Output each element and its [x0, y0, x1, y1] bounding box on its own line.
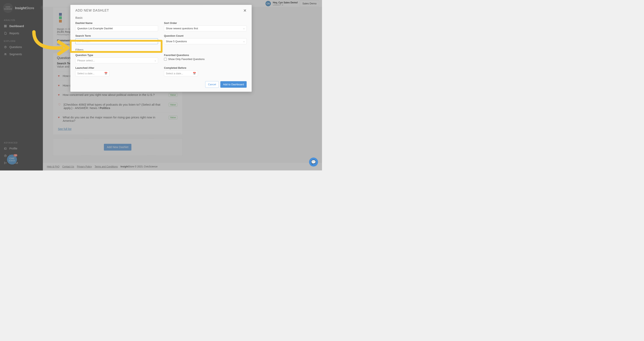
dashlet-name-input[interactable]: Question List Example Dashlet [75, 25, 158, 31]
favorited-checkbox[interactable]: Show Only Favorited Questions [164, 58, 247, 61]
basic-section-heading: Basic [75, 16, 247, 19]
launched-after-group: Launched After Select a date...📅 [75, 66, 158, 76]
question-count-label: Question Count [164, 34, 247, 37]
cancel-button[interactable]: Cancel [205, 81, 219, 88]
launched-after-label: Launched After [75, 66, 158, 69]
close-icon[interactable]: ✕ [243, 8, 247, 12]
sort-order-select[interactable]: Show newest questions first⌄ [164, 25, 247, 31]
favorited-group: Favorited Questions Show Only Favorited … [164, 54, 247, 63]
launched-after-datepicker[interactable]: Select a date...📅 [75, 70, 109, 76]
chat-icon: 💬 [311, 160, 316, 164]
completed-before-label: Completed Before [164, 66, 247, 69]
calendar-icon: 📅 [104, 72, 108, 75]
search-term-group: Search Term [75, 34, 158, 44]
question-type-select[interactable]: Please select...⌄ [75, 58, 158, 63]
question-count-select[interactable]: Show 5 Questions⌄ [164, 38, 247, 44]
intercom-launcher[interactable]: 💬 [309, 158, 318, 167]
calendar-icon: 📅 [193, 72, 196, 75]
sort-order-group: Sort Order Show newest questions first⌄ [164, 21, 247, 31]
filters-section-heading: Filters [75, 48, 247, 52]
chevron-down-icon: ⌄ [243, 40, 245, 43]
chevron-down-icon: ⌄ [243, 27, 245, 30]
dashlet-name-group: Dashlet Name Question List Example Dashl… [75, 21, 158, 31]
search-term-input[interactable] [75, 38, 158, 44]
question-type-group: Question Type Please select...⌄ [75, 54, 158, 63]
modal-overlay[interactable]: ADD NEW DASHLET ✕ Basic Dashlet Name Que… [0, 0, 322, 171]
question-type-label: Question Type [75, 54, 158, 57]
favorited-label: Favorited Questions [164, 54, 247, 57]
completed-before-datepicker[interactable]: Select a date...📅 [164, 70, 198, 76]
modal-title: ADD NEW DASHLET [75, 8, 109, 12]
completed-before-group: Completed Before Select a date...📅 [164, 66, 247, 76]
question-count-group: Question Count Show 5 Questions⌄ [164, 34, 247, 44]
chevron-down-icon: ⌄ [154, 59, 156, 62]
sort-order-label: Sort Order [164, 21, 247, 25]
checkbox-icon [164, 58, 167, 61]
add-dashlet-modal: ADD NEW DASHLET ✕ Basic Dashlet Name Que… [70, 5, 252, 92]
search-term-label: Search Term [75, 34, 158, 37]
add-to-dashboard-button[interactable]: Add to Dashboard [220, 81, 247, 88]
favorited-checkbox-label: Show Only Favorited Questions [168, 58, 205, 61]
dashlet-name-label: Dashlet Name [75, 21, 158, 25]
